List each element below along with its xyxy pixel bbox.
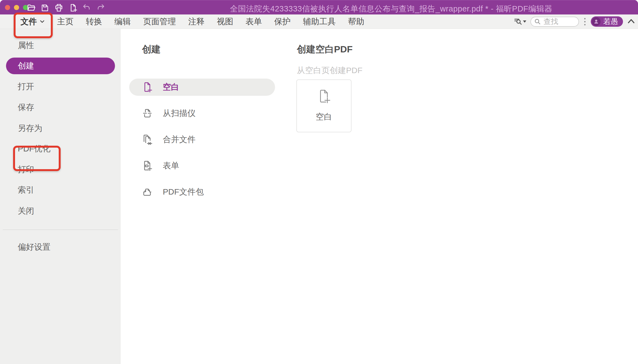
undo-icon[interactable]	[82, 3, 91, 13]
pdf-portfolio-icon	[142, 186, 153, 198]
tab-protect[interactable]: 保护	[274, 16, 291, 27]
window-title: 全国法院失4233333信被执行人名单信息公布与查询_报告_wrapper.pd…	[230, 4, 553, 14]
advanced-search-icon	[514, 17, 522, 26]
menubar: 文件 主页 转换 编辑 页面管理 注释 视图 表单 保护 辅助工具 帮助	[0, 14, 638, 29]
chevron-up-icon	[627, 18, 635, 24]
file-menu-sidebar: 属性 创建 打开 保存 另存为 PDF优化 打印 索引 关闭 偏好设置	[0, 29, 121, 364]
create-item-from-scanner[interactable]: 从扫描仪	[129, 105, 275, 122]
create-blank-panel: 创建空白PDF 从空白页创建PDF 空白	[284, 29, 638, 364]
tab-convert[interactable]: 转换	[86, 16, 102, 27]
create-item-label: 空白	[163, 82, 179, 93]
scanner-icon	[142, 108, 153, 119]
sidebar-item-properties[interactable]: 属性	[18, 37, 34, 53]
more-options-button[interactable]	[583, 18, 587, 25]
merge-files-icon	[142, 134, 153, 145]
backstage-view: 属性 创建 打开 保存 另存为 PDF优化 打印 索引 关闭 偏好设置 创建 空…	[0, 29, 638, 364]
tab-edit[interactable]: 编辑	[114, 16, 131, 27]
form-icon	[142, 160, 153, 171]
sidebar-item-index[interactable]: 索引	[18, 182, 34, 198]
advanced-find-button[interactable]	[514, 17, 526, 26]
sidebar-divider	[3, 229, 118, 230]
user-account-button[interactable]: 若愚	[591, 16, 623, 27]
search-input[interactable]	[543, 17, 574, 26]
avatar	[592, 17, 601, 26]
annotation-box-save-as	[13, 146, 61, 171]
blank-page-icon	[316, 89, 332, 104]
search-field[interactable]	[530, 17, 579, 27]
create-item-label: 从扫描仪	[163, 108, 196, 119]
blank-pdf-card[interactable]: 空白	[296, 79, 352, 132]
caret-down-icon	[523, 20, 526, 23]
save-icon[interactable]	[40, 3, 50, 13]
create-item-combine-files[interactable]: 合并文件	[129, 131, 275, 148]
create-heading: 创建	[142, 43, 161, 56]
sidebar-item-close[interactable]: 关闭	[18, 203, 34, 219]
tab-view[interactable]: 视图	[217, 16, 233, 27]
new-document-icon[interactable]	[68, 3, 78, 13]
create-item-label: 合并文件	[163, 134, 196, 145]
sidebar-item-create-selected[interactable]: 创建	[6, 58, 115, 74]
detail-heading: 创建空白PDF	[297, 43, 353, 56]
blank-page-icon	[142, 82, 153, 93]
create-column: 创建 空白 从扫描仪 合并文件	[121, 29, 284, 364]
create-item-label: 表单	[163, 160, 179, 171]
detail-subheading: 从空白页创建PDF	[297, 65, 362, 76]
annotation-box-file-menu	[14, 13, 53, 38]
print-icon[interactable]	[54, 3, 64, 13]
create-item-label: PDF文件包	[163, 186, 204, 198]
collapse-toolbar-button[interactable]	[627, 18, 635, 25]
sidebar-item-preferences[interactable]: 偏好设置	[18, 239, 51, 255]
search-icon	[534, 18, 541, 25]
tab-home[interactable]: 主页	[57, 16, 73, 27]
close-window-button[interactable]	[5, 5, 10, 10]
sidebar-item-save[interactable]: 保存	[18, 99, 34, 115]
traffic-lights	[5, 5, 28, 10]
create-item-pdf-portfolio[interactable]: PDF文件包	[129, 183, 275, 201]
create-item-form[interactable]: 表单	[129, 157, 275, 174]
tab-accessibility[interactable]: 辅助工具	[303, 16, 336, 27]
person-icon	[593, 19, 599, 25]
minimize-window-button[interactable]	[14, 5, 19, 10]
blank-card-label: 空白	[297, 111, 351, 123]
redo-icon[interactable]	[96, 3, 105, 13]
tab-form[interactable]: 表单	[246, 16, 262, 27]
create-item-blank[interactable]: 空白	[129, 79, 275, 96]
open-folder-icon[interactable]	[26, 3, 36, 13]
foxit-pdf-editor-window: 全国法院失4233333信被执行人名单信息公布与查询_报告_wrapper.pd…	[0, 0, 638, 364]
sidebar-item-save-as[interactable]: 另存为	[18, 120, 42, 136]
titlebar: 全国法院失4233333信被执行人名单信息公布与查询_报告_wrapper.pd…	[0, 0, 638, 14]
tab-help[interactable]: 帮助	[348, 16, 364, 27]
tab-comment[interactable]: 注释	[188, 16, 205, 27]
sidebar-item-open[interactable]: 打开	[18, 78, 34, 95]
user-name: 若愚	[603, 17, 618, 26]
tab-organize[interactable]: 页面管理	[143, 16, 176, 27]
